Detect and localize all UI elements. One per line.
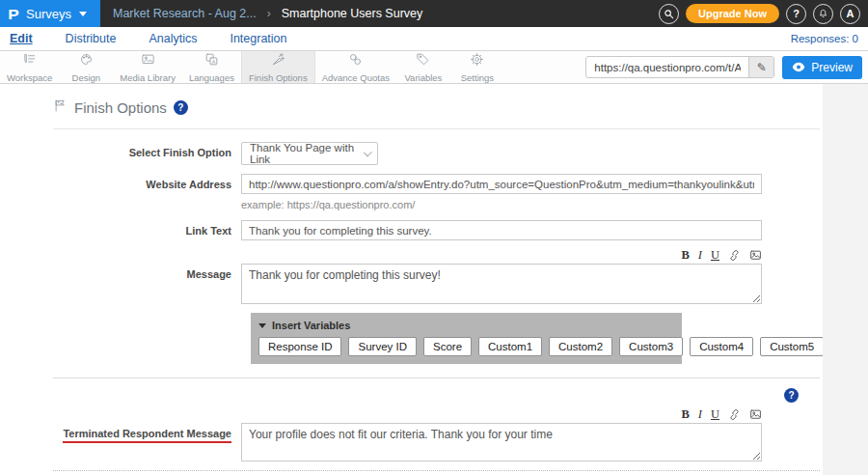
caret-down-icon	[79, 12, 87, 16]
finish-option-row: Select Finish Option Thank You Page with…	[53, 142, 820, 165]
toolbar-item-advance-quotas[interactable]: Advance Quotas	[315, 51, 396, 83]
survey-url-box: ✎	[585, 56, 774, 78]
insert-variables-buttons: Response ID Survey ID Score Custom1 Cust…	[258, 337, 674, 356]
terminated-editor-toolbar: B I U	[53, 408, 762, 421]
languages-icon: A	[204, 52, 219, 70]
help-icon[interactable]: ?	[786, 4, 806, 24]
var-custom4-button[interactable]: Custom4	[690, 337, 753, 356]
var-custom2-button[interactable]: Custom2	[549, 337, 612, 356]
italic-button[interactable]: I	[698, 408, 702, 421]
toolbar-right: ✎ Preview	[585, 51, 868, 83]
var-custom1-button[interactable]: Custom1	[478, 337, 542, 356]
insert-variables-toggle[interactable]: Insert Variables	[258, 318, 674, 337]
breadcrumb-folder[interactable]: Market Research - Aug 2...	[113, 7, 257, 20]
underline-button[interactable]: U	[711, 249, 719, 262]
website-address-example: example: https://qa.questionpro.com/	[241, 199, 820, 210]
nav-tab-analytics[interactable]: Analytics	[149, 32, 197, 45]
bold-button[interactable]: B	[681, 408, 689, 421]
page-title: Finish Options	[74, 99, 167, 116]
workspace-icon	[22, 52, 37, 70]
preview-button[interactable]: Preview	[782, 56, 862, 79]
chevron-down-icon	[364, 148, 372, 156]
page-header: Finish Options ?	[53, 84, 820, 129]
breadcrumb-chevron-icon: ›	[267, 7, 271, 20]
terminated-message-textarea[interactable]: Your profile does not fit our criteria. …	[241, 423, 762, 461]
link-text-label: Link Text	[53, 220, 231, 240]
insert-link-icon[interactable]	[728, 408, 741, 421]
toolbar-item-media-library[interactable]: Media Library	[113, 51, 182, 83]
website-address-input[interactable]	[241, 174, 762, 194]
main-content: Finish Options ? Select Finish Option Th…	[0, 84, 868, 475]
finish-options-icon	[271, 52, 285, 70]
topbar-actions: Upgrade Now ? A	[659, 4, 868, 24]
var-custom3-button[interactable]: Custom3	[619, 337, 683, 356]
right-gutter	[823, 84, 868, 475]
link-text-row: Link Text	[53, 220, 820, 240]
survey-url-input[interactable]	[586, 62, 748, 73]
finish-option-label: Select Finish Option	[53, 142, 231, 165]
underline-button[interactable]: U	[711, 408, 719, 421]
insert-link-icon[interactable]	[728, 249, 741, 262]
nav-tab-distribute[interactable]: Distribute	[66, 32, 117, 45]
bold-button[interactable]: B	[681, 249, 689, 262]
eye-icon	[792, 62, 805, 72]
media-library-icon	[141, 52, 155, 70]
questionpro-logo-icon: P	[8, 6, 19, 22]
section-divider	[53, 377, 820, 378]
insert-image-icon[interactable]	[749, 408, 762, 421]
var-custom5-button[interactable]: Custom5	[760, 337, 824, 356]
website-address-label: Website Address	[53, 174, 231, 194]
settings-icon	[470, 52, 484, 70]
finish-option-select[interactable]: Thank You Page with Link	[241, 142, 378, 165]
avatar[interactable]: A	[840, 4, 860, 24]
italic-button[interactable]: I	[698, 249, 702, 262]
var-response-id-button[interactable]: Response ID	[258, 337, 341, 356]
toolbar-item-variables[interactable]: Variables	[396, 51, 450, 83]
finish-options-help-icon[interactable]: ?	[174, 100, 188, 115]
top-bar: P Surveys Market Research - Aug 2... › S…	[0, 0, 868, 27]
message-textarea[interactable]: Thank you for completing this survey!	[241, 264, 762, 304]
insert-variables-panel: Insert Variables Response ID Survey ID S…	[251, 313, 682, 364]
svg-text:A: A	[212, 59, 216, 65]
insert-image-icon[interactable]	[749, 249, 762, 262]
upgrade-now-button[interactable]: Upgrade Now	[686, 4, 779, 23]
variables-icon	[416, 52, 430, 70]
responses-count[interactable]: Responses: 0	[791, 33, 858, 44]
var-score-button[interactable]: Score	[423, 337, 472, 356]
surveys-menu[interactable]: P Surveys	[0, 0, 100, 27]
dotted-divider	[53, 470, 820, 471]
toolbar-item-finish-options[interactable]: Finish Options	[241, 51, 315, 83]
finish-flag-icon	[53, 98, 68, 117]
link-text-input[interactable]	[241, 220, 762, 240]
product-name[interactable]: Surveys	[26, 7, 71, 21]
message-editor-toolbar: B I U	[53, 249, 762, 262]
finish-options-form: Select Finish Option Thank You Page with…	[53, 129, 820, 475]
message-label: Message	[53, 264, 231, 304]
edit-toolbar: Workspace Design Media Library A Languag…	[0, 51, 868, 84]
notifications-bell-icon[interactable]	[813, 4, 833, 24]
nav-tab-edit[interactable]: Edit	[10, 32, 33, 45]
toolbar-item-languages[interactable]: A Languages	[182, 51, 241, 83]
toolbar-item-workspace[interactable]: Workspace	[0, 51, 59, 83]
terminated-message-label: Terminated Respondent Message	[53, 423, 231, 461]
terminated-message-row: Terminated Respondent Message Your profi…	[53, 423, 820, 461]
message-row: Message Thank you for completing this su…	[53, 264, 820, 304]
design-icon	[79, 52, 94, 70]
toolbar-item-settings[interactable]: Settings	[450, 51, 504, 83]
terminated-help-icon[interactable]: ?	[784, 388, 799, 403]
breadcrumb: Market Research - Aug 2... › Smartphone …	[113, 7, 422, 20]
terminated-help-row: ?	[53, 388, 820, 403]
section-nav: Edit Distribute Analytics Integration Re…	[0, 27, 868, 51]
breadcrumb-survey-name: Smartphone Users Survey	[282, 7, 423, 20]
collapse-triangle-icon	[258, 323, 266, 328]
edit-url-pencil-icon[interactable]: ✎	[748, 57, 773, 77]
var-survey-id-button[interactable]: Survey ID	[348, 337, 417, 356]
nav-tab-integration[interactable]: Integration	[230, 32, 286, 45]
advance-quotas-icon	[348, 52, 363, 70]
website-address-row: Website Address	[53, 174, 820, 194]
search-icon[interactable]	[659, 4, 679, 24]
toolbar-item-design[interactable]: Design	[59, 51, 113, 83]
